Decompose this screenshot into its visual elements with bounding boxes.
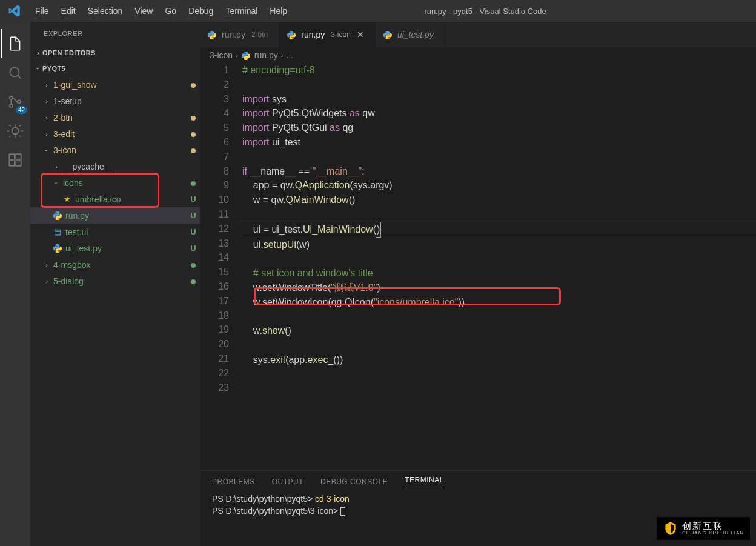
scm-badge: 42 — [16, 106, 27, 114]
open-editors-section[interactable]: › OPEN EDITORS — [30, 45, 200, 61]
python-icon — [241, 50, 251, 60]
title-bar: FFileile Edit Selection View Go Debug Te… — [0, 0, 756, 22]
star-icon: ★ — [62, 195, 73, 204]
folder-2-btn[interactable]: ›2-btn — [30, 109, 200, 125]
menu-selection[interactable]: Selection — [82, 6, 129, 16]
current-line-highlight — [240, 222, 756, 236]
terminal-output[interactable]: PS D:\study\python\pyqt5> cd 3-icon PS D… — [200, 493, 756, 517]
svg-point-0 — [10, 67, 19, 76]
svg-point-2 — [10, 104, 13, 107]
chevron-down-icon: › — [35, 64, 42, 73]
python-icon — [383, 29, 393, 39]
panel-tab-problems[interactable]: PROBLEMS — [212, 478, 255, 486]
menu-go[interactable]: Go — [159, 6, 182, 16]
file-run-py[interactable]: run.pyU — [30, 207, 200, 224]
activity-scm-icon[interactable]: 42 — [1, 87, 30, 116]
menu-file[interactable]: FFileile — [29, 6, 55, 16]
activity-extensions-icon[interactable] — [1, 145, 30, 175]
svg-rect-6 — [9, 161, 15, 166]
explorer-heading: EXPLORER — [30, 22, 200, 45]
chevron-right-icon: › — [236, 52, 238, 59]
python-icon — [207, 29, 217, 39]
activity-debug-icon[interactable] — [1, 116, 30, 145]
window-title: run.py - pyqt5 - Visual Studio Code — [293, 7, 647, 16]
editor-tabstrip: run.py 2-btn run.py 3-icon ✕ ui_test.py — [200, 22, 756, 47]
editor-area: run.py 2-btn run.py 3-icon ✕ ui_test.py … — [200, 22, 756, 546]
folder-5-dialog[interactable]: ›5-dialog — [30, 273, 200, 289]
file-test-ui[interactable]: ▤test.uiU — [30, 224, 200, 240]
folder-pycache[interactable]: ›__pycache__ — [30, 158, 200, 175]
panel-tab-output[interactable]: OUTPUT — [272, 478, 303, 486]
menu-help[interactable]: Help — [264, 6, 293, 16]
folder-icons[interactable]: ›icons — [30, 175, 200, 191]
breadcrumb[interactable]: 3-icon › run.py › ... — [200, 47, 756, 63]
activity-explorer-icon[interactable] — [1, 29, 30, 58]
svg-point-4 — [12, 128, 19, 135]
folder-1-gui-show[interactable]: ›1-gui_show — [30, 76, 200, 93]
project-section[interactable]: › PYQT5 — [30, 61, 200, 76]
file-ui-test-py[interactable]: ui_test.pyU — [30, 240, 200, 256]
folder-4-msgbox[interactable]: ›4-msgbox — [30, 256, 200, 273]
menu-debug[interactable]: Debug — [182, 6, 219, 16]
panel-tab-debug[interactable]: DEBUG CONSOLE — [320, 478, 388, 486]
activity-search-icon[interactable] — [1, 58, 30, 87]
menu-bar: FFileile Edit Selection View Go Debug Te… — [29, 6, 293, 16]
menu-view[interactable]: View — [128, 6, 159, 16]
tab-run-2btn[interactable]: run.py 2-btn — [200, 22, 279, 47]
svg-rect-7 — [16, 161, 21, 166]
python-icon — [287, 29, 296, 39]
panel-tabstrip: PROBLEMS OUTPUT DEBUG CONSOLE TERMINAL — [200, 471, 756, 493]
folder-1-setup[interactable]: ›1-setup — [30, 93, 200, 109]
code-editor[interactable]: 1234567891011121314151617181920212223 # … — [200, 63, 756, 470]
folder-3-edit[interactable]: ›3-edit — [30, 125, 200, 142]
terminal-cursor — [340, 507, 345, 516]
menu-terminal[interactable]: Terminal — [219, 6, 264, 16]
chevron-right-icon: › — [281, 52, 284, 59]
panel-tab-terminal[interactable]: TERMINAL — [405, 476, 444, 488]
menu-edit[interactable]: Edit — [55, 6, 82, 16]
file-tree: ›1-gui_show ›1-setup ›2-btn ›3-edit ›3-i… — [30, 76, 200, 546]
explorer-sidebar: EXPLORER › OPEN EDITORS › PYQT5 ›1-gui_s… — [30, 22, 200, 546]
watermark-logo: 创新互联 CHUANG XIN HU LIAN — [657, 517, 750, 540]
line-gutter: 1234567891011121314151617181920212223 — [200, 63, 242, 470]
folder-3-icon[interactable]: ›3-icon — [30, 142, 200, 158]
code-source[interactable]: # encoding=utf-8 import sys import PyQt5… — [242, 63, 756, 470]
vscode-logo-icon — [0, 5, 29, 17]
svg-rect-8 — [16, 154, 21, 159]
svg-point-1 — [10, 96, 13, 99]
close-icon[interactable]: ✕ — [357, 30, 364, 39]
svg-point-3 — [18, 100, 21, 103]
chevron-right-icon: › — [34, 49, 42, 56]
activity-bar: 42 — [0, 22, 30, 546]
python-icon — [52, 210, 63, 221]
svg-rect-5 — [9, 154, 15, 159]
tab-ui-test[interactable]: ui_test.py — [376, 22, 445, 47]
file-umbrella-ico[interactable]: ★umbrella.icoU — [30, 191, 200, 207]
python-icon — [52, 243, 63, 253]
tab-run-3icon[interactable]: run.py 3-icon ✕ — [279, 22, 376, 47]
ui-file-icon: ▤ — [52, 227, 63, 236]
